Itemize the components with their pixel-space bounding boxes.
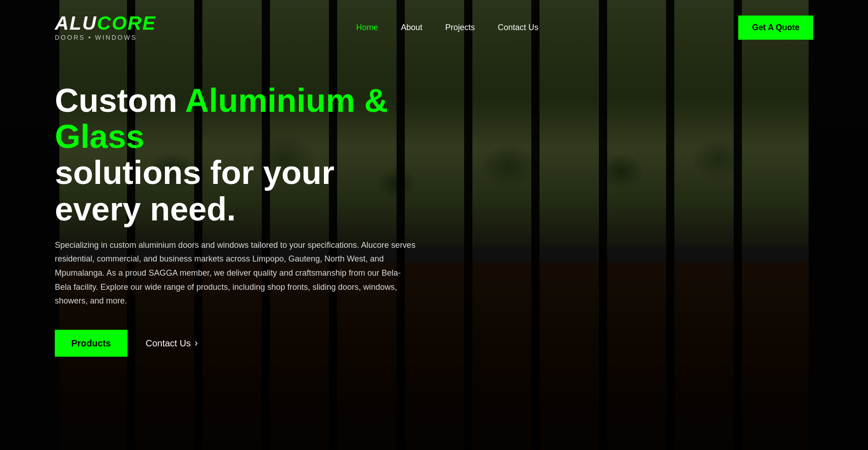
nav-link-about[interactable]: About (401, 23, 422, 32)
nav-links: Home About Projects Contact Us (356, 23, 538, 32)
get-quote-button[interactable]: Get A Quote (738, 16, 813, 40)
hero-buttons: Products Contact Us › (55, 330, 429, 356)
logo-tagline: DOORS • WINDOWS (55, 34, 137, 41)
logo-text: ALUCORE (55, 14, 156, 33)
navigation: ALUCORE DOORS • WINDOWS Home About Proje… (0, 0, 868, 55)
logo: ALUCORE DOORS • WINDOWS (55, 14, 156, 41)
products-button[interactable]: Products (55, 330, 127, 356)
hero-title-plain: Custom (55, 82, 185, 119)
contact-arrow-icon: › (195, 337, 198, 349)
hero-content: Custom Aluminium & Glass solutions for y… (55, 83, 429, 357)
hero-description: Specializing in custom aluminium doors a… (55, 238, 416, 308)
nav-link-contact[interactable]: Contact Us (498, 23, 539, 32)
contact-button[interactable]: Contact Us › (146, 337, 198, 349)
nav-link-home[interactable]: Home (356, 23, 378, 32)
contact-button-label: Contact Us (146, 338, 191, 348)
hero-section: ALUCORE DOORS • WINDOWS Home About Proje… (0, 0, 868, 450)
nav-item-home[interactable]: Home (356, 23, 378, 32)
nav-item-contact[interactable]: Contact Us (498, 23, 539, 32)
hero-title: Custom Aluminium & Glass solutions for y… (55, 83, 429, 227)
nav-link-projects[interactable]: Projects (445, 23, 475, 32)
hero-title-suffix: solutions for your every need. (55, 154, 334, 227)
nav-item-projects[interactable]: Projects (445, 23, 475, 32)
logo-core: CORE (97, 12, 156, 34)
nav-item-about[interactable]: About (401, 23, 422, 32)
logo-alu: ALU (55, 12, 97, 34)
